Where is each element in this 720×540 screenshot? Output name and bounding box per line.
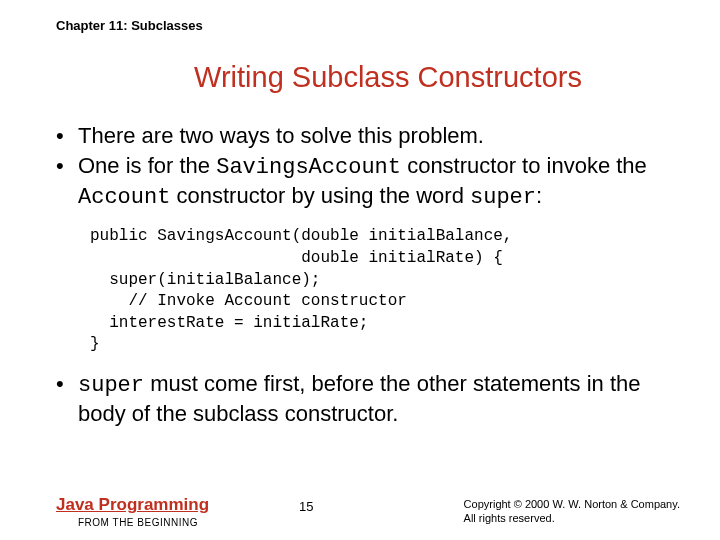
bullet-3-text: must come first, before the other statem… [78,371,640,426]
footer-left: Java Programming FROM THE BEGINNING [56,495,209,528]
code-inline-super-2: super [78,373,144,398]
bullet-2-text-b: constructor to invoke the [401,153,647,178]
bullet-2-text-c: constructor by using the word [170,183,470,208]
code-inline-super: super [470,185,536,210]
bullet-1: There are two ways to solve this problem… [56,122,680,150]
bullet-2-text-a: One is for the [78,153,216,178]
footer: Java Programming FROM THE BEGINNING 15 C… [56,495,680,528]
code-inline-account: Account [78,185,170,210]
page-title: Writing Subclass Constructors [56,61,680,94]
chapter-header: Chapter 11: Subclasses [56,18,680,33]
bullet-list-2: super must come first, before the other … [56,370,680,428]
bullet-2: One is for the SavingsAccount constructo… [56,152,680,212]
copyright: Copyright © 2000 W. W. Norton & Company.… [464,497,680,526]
bullet-1-text: There are two ways to solve this problem… [78,123,484,148]
page-number: 15 [299,499,313,514]
code-inline-savingsaccount: SavingsAccount [216,155,401,180]
copyright-line2: All rights reserved. [464,511,680,525]
book-title: Java Programming [56,495,209,515]
book-subtitle: FROM THE BEGINNING [78,517,209,528]
bullet-3: super must come first, before the other … [56,370,680,428]
code-block: public SavingsAccount(double initialBala… [90,226,680,356]
copyright-line1: Copyright © 2000 W. W. Norton & Company. [464,497,680,511]
bullet-2-text-d: : [536,183,542,208]
bullet-list: There are two ways to solve this problem… [56,122,680,212]
